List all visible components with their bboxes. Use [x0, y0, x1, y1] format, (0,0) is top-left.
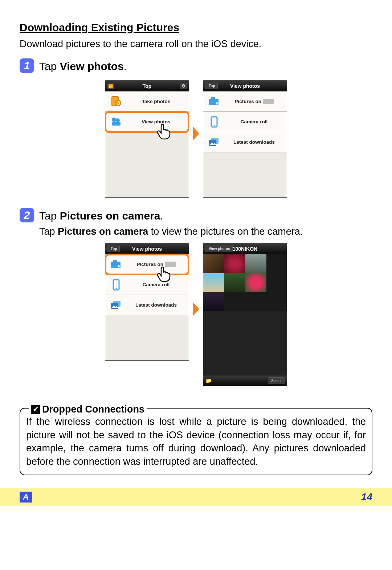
svg-rect-6 — [211, 97, 215, 99]
tap-hand-icon — [155, 265, 173, 284]
svg-point-16 — [116, 288, 117, 289]
back-button[interactable]: Top — [205, 82, 218, 89]
thumbnail[interactable] — [224, 273, 245, 292]
svg-point-9 — [214, 125, 215, 126]
section-tab-icon: A — [20, 492, 32, 503]
folder-icon[interactable]: 📁 — [205, 377, 212, 384]
note-title: ✔ Dropped Connections — [29, 403, 147, 416]
phone-view-photos-screen: Top View photos Pictures on D▯▯ Camer — [203, 80, 287, 198]
thumbnail[interactable] — [245, 273, 266, 292]
step-2-heading: Tap Pictures on camera. — [39, 209, 372, 224]
step-1: 1 Tap View photos. — [20, 58, 372, 75]
phone-filler — [203, 152, 287, 197]
phone-header-title: 100NIKON — [233, 246, 257, 253]
row-camera-roll[interactable]: Camera roll — [203, 112, 287, 132]
step-1-heading: Tap View photos. — [39, 59, 372, 74]
svg-point-14 — [118, 265, 120, 267]
row-take-photos[interactable]: Take photos — [105, 91, 189, 112]
tap-hand-icon — [155, 122, 173, 142]
step-number-1: 1 — [20, 58, 34, 73]
signal-icon[interactable]: 📶 — [107, 83, 114, 89]
phone-header: View photos 100NIKON — [203, 243, 287, 254]
row-pictures-on-camera[interactable]: Pictures on D▯▯ — [203, 91, 287, 112]
take-photos-icon — [109, 94, 123, 109]
phone-header: 📶 Top ⚙ — [105, 81, 189, 91]
back-button[interactable]: Top — [107, 245, 120, 252]
phone-filler — [105, 132, 189, 197]
svg-rect-4 — [112, 122, 121, 126]
phone-header-title: Top — [143, 83, 152, 90]
thumbnail[interactable] — [245, 254, 266, 273]
photo-grid — [203, 254, 287, 376]
select-button[interactable]: Select — [268, 377, 285, 385]
section-intro: Download pictures to the camera roll on … — [20, 37, 372, 50]
row-label: Take photos — [127, 98, 185, 105]
camera-icon — [109, 257, 123, 272]
gear-icon[interactable]: ⚙ — [180, 83, 187, 89]
page-number: 14 — [361, 490, 372, 504]
row-latest-downloads[interactable]: Latest downloads — [203, 132, 287, 152]
step-2-figures: Top View photos Pictures on D▯▯ — [20, 243, 372, 386]
row-label: Camera roll — [225, 119, 283, 125]
row-latest-downloads[interactable]: Latest downloads — [105, 295, 189, 315]
phone-header: Top View photos — [105, 243, 189, 254]
back-button[interactable]: View photos — [205, 245, 233, 252]
thumbnail[interactable] — [203, 292, 224, 311]
downloads-icon — [109, 298, 123, 312]
phone-gallery-screen: View photos 100NIKON 📁 Select — [203, 243, 287, 386]
check-icon: ✔ — [31, 405, 40, 414]
phone-view-photos-screen-2: Top View photos Pictures on D▯▯ — [105, 243, 189, 361]
step-1-figures: 📶 Top ⚙ Take photos View photos — [20, 80, 372, 198]
svg-point-7 — [216, 102, 218, 104]
row-camera-roll[interactable]: Camera roll — [105, 275, 189, 295]
gallery-toolbar: 📁 Select — [203, 376, 287, 386]
thumbnail[interactable] — [203, 254, 224, 273]
row-pictures-on-camera[interactable]: Pictures on D▯▯ — [105, 254, 189, 275]
device-icon — [207, 115, 221, 129]
view-photos-icon — [109, 115, 123, 129]
row-view-photos[interactable]: View photos — [105, 112, 189, 132]
phone-header: Top View photos — [203, 81, 287, 91]
page-footer: A 14 — [0, 488, 392, 506]
section-title: Downloading Existing Pictures — [20, 20, 372, 35]
row-label: Latest downloads — [225, 139, 283, 145]
note-body: If the wireless connection is lost while… — [26, 415, 366, 468]
row-label: Pictures on D▯▯ — [225, 98, 283, 105]
phone-filler — [105, 315, 189, 360]
row-label: Latest downloads — [127, 302, 185, 308]
arrow-icon — [193, 126, 199, 141]
phone-header-title: View photos — [230, 83, 260, 90]
thumbnail[interactable] — [203, 273, 224, 292]
step-2: 2 Tap Pictures on camera. Tap Pictures o… — [20, 208, 372, 238]
downloads-icon — [207, 135, 221, 149]
note-dropped-connections: ✔ Dropped Connections If the wireless co… — [20, 408, 372, 475]
camera-icon — [207, 94, 221, 109]
svg-point-2 — [112, 118, 116, 122]
device-icon — [109, 278, 123, 292]
arrow-icon — [193, 302, 199, 316]
step-2-sub: Tap Pictures on camera to view the pictu… — [39, 225, 372, 238]
thumbnail[interactable] — [224, 254, 245, 273]
svg-rect-13 — [113, 260, 117, 262]
phone-header-title: View photos — [132, 246, 162, 253]
step-number-2: 2 — [20, 208, 34, 222]
phone-top-screen: 📶 Top ⚙ Take photos View photos — [105, 80, 189, 198]
gallery-filler — [203, 311, 287, 376]
